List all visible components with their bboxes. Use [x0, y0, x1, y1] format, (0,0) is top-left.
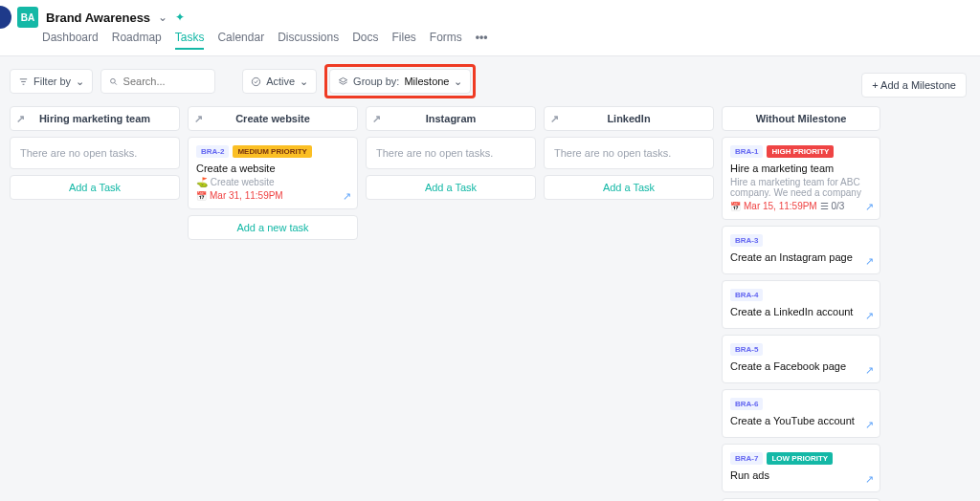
- column-header[interactable]: ↗LinkedIn: [544, 106, 714, 131]
- task-card[interactable]: BRA-6Create a YouTube account↗: [722, 389, 880, 438]
- tab-files[interactable]: Files: [392, 31, 416, 50]
- task-id: BRA-1: [730, 145, 763, 158]
- task-description: Hire a marketing team for ABC company. W…: [730, 177, 872, 198]
- card-tags: BRA-2MEDIUM PRIORITY: [196, 145, 349, 158]
- expand-icon[interactable]: ↗: [865, 473, 874, 486]
- column-header[interactable]: ↗Instagram: [366, 106, 536, 131]
- column: ↗Create websiteBRA-2MEDIUM PRIORITYCreat…: [188, 106, 358, 240]
- filter-label: Filter by: [33, 76, 71, 87]
- card-tags: BRA-1HIGH PRIORITY: [730, 145, 872, 158]
- filter-icon: [18, 76, 29, 87]
- expand-icon[interactable]: ↗: [865, 201, 874, 213]
- column: Without MilestoneBRA-1HIGH PRIORITYHire …: [722, 106, 880, 501]
- active-filter-button[interactable]: Active ⌄: [242, 69, 317, 94]
- task-title: Create a Facebook page: [730, 360, 872, 372]
- tab-discussions[interactable]: Discussions: [278, 31, 339, 50]
- expand-icon[interactable]: ↗: [372, 113, 381, 125]
- highlight-annotation: Group by: Milestone ⌄: [324, 64, 476, 98]
- expand-icon[interactable]: ↗: [865, 364, 874, 377]
- expand-icon[interactable]: ↗: [865, 255, 874, 268]
- task-id: BRA-3: [730, 234, 763, 247]
- project-badge: BA: [17, 7, 38, 28]
- task-id: BRA-4: [730, 289, 763, 301]
- task-card[interactable]: BRA-2MEDIUM PRIORITYCreate a website⛳ Cr…: [188, 137, 358, 209]
- expand-icon[interactable]: ↗: [865, 419, 874, 431]
- groupby-label: Group by:: [353, 76, 399, 87]
- nav-tabs: DashboardRoadmapTasksCalendarDiscussions…: [10, 31, 970, 50]
- svg-line-4: [115, 82, 117, 84]
- tab-forms[interactable]: Forms: [430, 31, 462, 50]
- empty-message: There are no open tasks.: [544, 137, 714, 169]
- column: ↗InstagramThere are no open tasks.Add a …: [366, 106, 536, 200]
- search-input[interactable]: [123, 76, 208, 87]
- column-header[interactable]: Without Milestone: [722, 106, 880, 131]
- priority-badge: MEDIUM PRIORITY: [233, 145, 311, 158]
- add-task-button[interactable]: Add a Task: [544, 175, 714, 200]
- priority-badge: HIGH PRIORITY: [767, 145, 834, 158]
- column-header[interactable]: ↗Create website: [188, 106, 358, 131]
- expand-icon[interactable]: ↗: [343, 190, 351, 203]
- card-tags: BRA-5: [730, 343, 872, 356]
- chevron-down-icon: ⌄: [300, 76, 308, 88]
- priority-badge: LOW PRIORITY: [767, 452, 833, 465]
- calendar-icon: 📅: [196, 191, 207, 201]
- task-title: Create a YouTube account: [730, 415, 872, 426]
- column-header[interactable]: ↗Hiring marketing team: [10, 106, 180, 131]
- task-meta: 📅Mar 31, 11:59PM: [196, 190, 349, 201]
- groupby-button[interactable]: Group by: Milestone ⌄: [329, 69, 471, 94]
- task-title: Run ads: [730, 469, 872, 481]
- chevron-down-icon: ⌄: [454, 76, 462, 88]
- task-card[interactable]: BRA-4Create a LinkedIn account↗: [722, 280, 880, 329]
- card-tags: BRA-7LOW PRIORITY: [730, 452, 872, 465]
- card-tags: BRA-6: [730, 398, 872, 410]
- diamond-icon[interactable]: ✦: [175, 11, 185, 24]
- column-title: Create website: [235, 113, 310, 124]
- add-task-button[interactable]: Add a Task: [366, 175, 536, 200]
- column: ↗LinkedInThere are no open tasks.Add a T…: [544, 106, 714, 200]
- chevron-down-icon[interactable]: ⌄: [158, 11, 167, 24]
- empty-message: There are no open tasks.: [366, 137, 536, 169]
- layers-icon: [338, 76, 348, 87]
- search-container: [100, 69, 215, 94]
- chevron-down-icon: ⌄: [76, 76, 84, 88]
- expand-icon[interactable]: ↗: [550, 113, 559, 125]
- task-card[interactable]: BRA-3Create an Instagram page↗: [722, 226, 880, 274]
- expand-icon[interactable]: ↗: [865, 310, 874, 322]
- column-title: LinkedIn: [607, 113, 650, 124]
- task-title: Hire a marketing team: [730, 163, 872, 174]
- filter-button[interactable]: Filter by ⌄: [10, 69, 93, 94]
- due-date: Mar 31, 11:59PM: [210, 190, 283, 201]
- task-id: BRA-6: [730, 398, 763, 410]
- task-title: Create an Instagram page: [730, 251, 872, 263]
- task-card[interactable]: BRA-1HIGH PRIORITYHire a marketing teamH…: [722, 137, 880, 220]
- task-title: Create a website: [196, 163, 349, 174]
- due-date: Mar 15, 11:59PM: [744, 201, 817, 211]
- add-task-button[interactable]: Add a new task: [188, 215, 358, 240]
- more-icon[interactable]: •••: [476, 31, 488, 50]
- tab-dashboard[interactable]: Dashboard: [42, 31, 99, 50]
- user-avatar[interactable]: [0, 6, 11, 29]
- card-tags: BRA-4: [730, 289, 872, 301]
- task-card[interactable]: BRA-5Create a Facebook page↗: [722, 335, 880, 383]
- tab-roadmap[interactable]: Roadmap: [112, 31, 162, 50]
- check-circle-icon: [251, 76, 261, 87]
- task-card[interactable]: BRA-7LOW PRIORITYRun ads↗: [722, 444, 880, 492]
- header: BA Brand Awareness ⌄ ✦ DashboardRoadmapT…: [0, 0, 980, 56]
- subtask-count: ☰ 0/3: [820, 201, 845, 211]
- expand-icon[interactable]: ↗: [16, 113, 25, 125]
- task-description: ⛳ Create website: [196, 177, 349, 187]
- tab-calendar[interactable]: Calendar: [217, 31, 264, 50]
- calendar-icon: 📅: [730, 202, 741, 211]
- tab-tasks[interactable]: Tasks: [175, 31, 205, 50]
- header-top: BA Brand Awareness ⌄ ✦: [10, 6, 970, 29]
- task-title: Create a LinkedIn account: [730, 306, 872, 317]
- add-task-button[interactable]: Add a Task: [10, 175, 180, 200]
- tab-docs[interactable]: Docs: [352, 31, 378, 50]
- task-id: BRA-7: [730, 452, 763, 465]
- add-milestone-button[interactable]: + Add a Milestone: [861, 73, 967, 98]
- column: ↗Hiring marketing teamThere are no open …: [10, 106, 180, 200]
- project-title[interactable]: Brand Awareness: [46, 11, 150, 25]
- svg-marker-6: [339, 77, 346, 82]
- expand-icon[interactable]: ↗: [194, 113, 203, 125]
- column-title: Hiring marketing team: [39, 113, 150, 124]
